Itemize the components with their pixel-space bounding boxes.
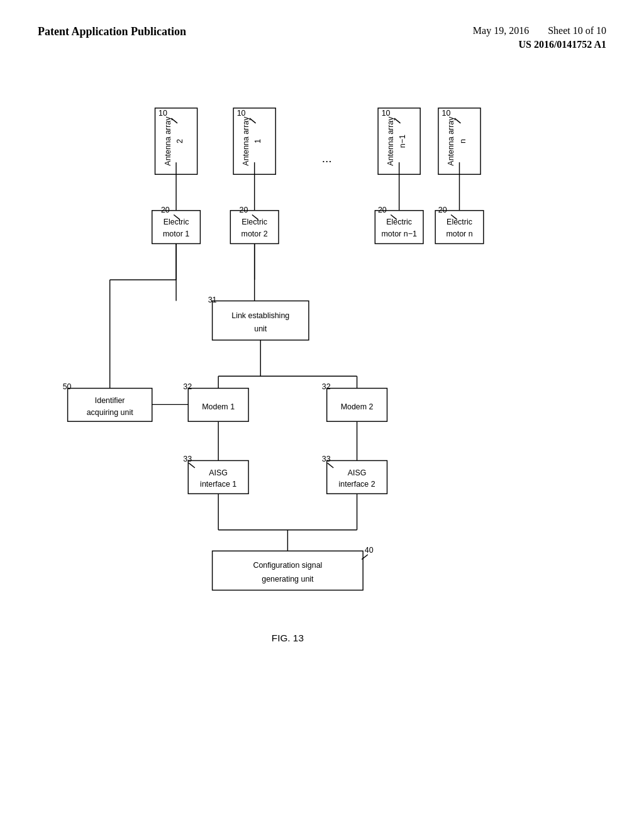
- svg-text:Antenna array: Antenna array: [447, 116, 455, 166]
- ref-10-2: 10: [237, 109, 246, 118]
- date-sheet: May 19, 2016 Sheet 10 of 10: [473, 25, 606, 36]
- svg-text:1: 1: [253, 139, 262, 143]
- motor3-label2: motor n−1: [381, 230, 416, 238]
- ref-31: 31: [208, 296, 217, 304]
- publication-date: May 19, 2016: [473, 25, 529, 36]
- motor4-label2: motor n: [446, 230, 472, 238]
- svg-text:Antenna array: Antenna array: [164, 116, 172, 166]
- ref-10-3: 10: [382, 109, 391, 118]
- motor2-label2: motor 2: [242, 230, 268, 238]
- patent-number: US 2016/0141752 A1: [518, 39, 606, 50]
- sheet-info: Sheet 10 of 10: [548, 25, 606, 36]
- link-unit-label2: unit: [254, 324, 267, 333]
- ref-20-1: 20: [161, 206, 170, 214]
- config-label1: Configuration signal: [253, 561, 322, 570]
- aisg1-label1: AISG: [209, 468, 228, 477]
- aisg1-label2: interface 1: [200, 480, 236, 489]
- header-right: May 19, 2016 Sheet 10 of 10 US 2016/0141…: [473, 25, 606, 50]
- motor1-box: [152, 211, 201, 244]
- ref-50: 50: [63, 382, 72, 391]
- svg-text:Antenna array: Antenna array: [242, 116, 250, 166]
- page-header: Patent Application Publication May 19, 2…: [0, 0, 644, 63]
- motor4-box: [435, 211, 484, 244]
- ref-20-3: 20: [378, 206, 387, 214]
- ellipsis: ...: [322, 152, 332, 165]
- publication-label: Patent Application Publication: [38, 25, 186, 38]
- motor2-box: [230, 211, 279, 244]
- svg-text:n−1: n−1: [398, 135, 407, 148]
- ref-20-2: 20: [239, 206, 248, 214]
- identifier-label2: acquiring unit: [87, 408, 134, 417]
- ref-32-2: 32: [322, 382, 331, 391]
- page: Patent Application Publication May 19, 2…: [0, 0, 644, 830]
- ref-33-2: 33: [322, 455, 331, 463]
- aisg2-label1: AISG: [348, 468, 367, 477]
- motor1-label2: motor 1: [163, 230, 189, 238]
- ref-10-4: 10: [441, 109, 450, 118]
- svg-text:n: n: [458, 139, 467, 143]
- motor1-label: Electric: [164, 218, 189, 226]
- figure-label: FIG. 13: [272, 633, 304, 643]
- svg-text:2: 2: [175, 139, 184, 143]
- link-unit-box: [213, 301, 309, 340]
- ref-40: 40: [365, 546, 374, 555]
- ref-20-4: 20: [438, 206, 447, 214]
- motor2-label: Electric: [242, 218, 267, 226]
- modem1-label: Modem 1: [202, 402, 235, 411]
- ref-10-1: 10: [158, 109, 167, 118]
- ref-32-1: 32: [183, 382, 192, 391]
- modem2-label: Modem 2: [341, 402, 374, 411]
- identifier-label1: Identifier: [95, 396, 125, 405]
- motor3-box: [375, 211, 423, 244]
- diagram-svg: Antenna array 2 Antenna array 1 Antenna …: [0, 63, 644, 786]
- motor4-label: Electric: [447, 218, 472, 226]
- svg-text:Antenna array: Antenna array: [386, 116, 395, 166]
- link-unit-label1: Link establishing: [231, 311, 289, 320]
- aisg2-label2: interface 2: [339, 480, 375, 489]
- ref-33-1: 33: [183, 455, 192, 463]
- diagram-area: Antenna array 2 Antenna array 1 Antenna …: [0, 63, 644, 786]
- config-label2: generating unit: [262, 575, 314, 584]
- motor3-label: Electric: [386, 218, 412, 226]
- config-box: [213, 551, 364, 590]
